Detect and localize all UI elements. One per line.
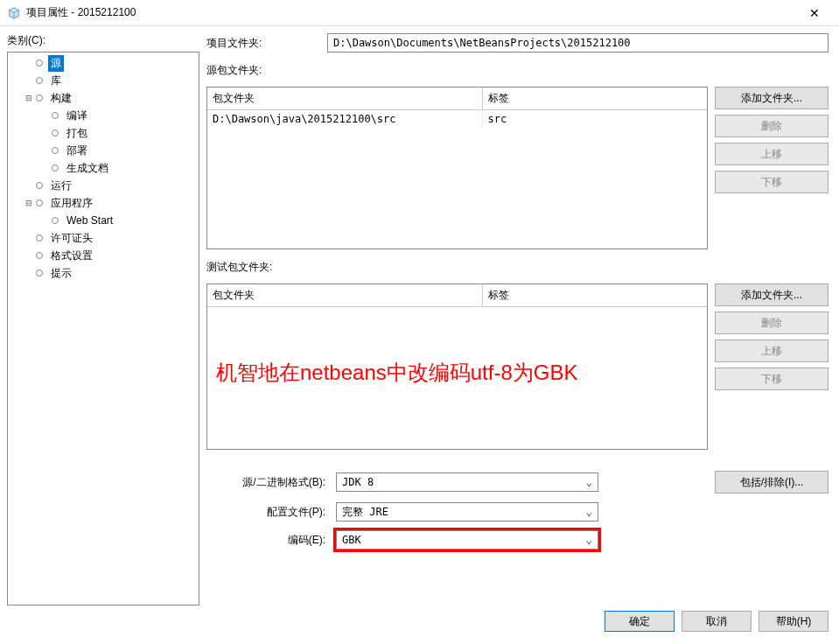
- tree-item[interactable]: 编译: [8, 107, 199, 124]
- tree-item[interactable]: Web Start: [8, 212, 199, 229]
- bullet-icon: [36, 234, 43, 242]
- tree-spacer: [24, 58, 34, 68]
- tree-item[interactable]: 格式设置: [8, 247, 199, 264]
- collapse-icon[interactable]: ⊟: [24, 198, 34, 208]
- tree-item[interactable]: 运行: [8, 177, 199, 194]
- tree-item[interactable]: 部署: [8, 142, 199, 159]
- ok-button[interactable]: 确定: [605, 611, 675, 632]
- tree-item-label: 应用程序: [48, 195, 95, 212]
- cancel-button[interactable]: 取消: [682, 611, 752, 632]
- main-panel: 项目文件夹: 源包文件夹: 包文件夹 标签 D:\Dawson\java\201…: [206, 33, 832, 606]
- add-folder-button-test[interactable]: 添加文件夹...: [715, 284, 829, 306]
- col-folder-test[interactable]: 包文件夹: [207, 284, 482, 307]
- tree-item-label: 提示: [48, 265, 74, 282]
- bullet-icon: [52, 147, 59, 154]
- tree-item-label: 库: [48, 73, 64, 89]
- tree-spacer: [39, 110, 50, 121]
- sidebar: 类别(C): 源库⊟构建编译打包部署生成文档运行⊟应用程序Web Start许可…: [7, 33, 199, 606]
- binary-format-dropdown[interactable]: JDK 8: [336, 472, 598, 492]
- footer: 确定 取消 帮助(H): [0, 612, 839, 637]
- project-folder-label: 项目文件夹:: [206, 36, 320, 51]
- move-down-button-test[interactable]: 下移: [715, 368, 829, 390]
- move-down-button-src[interactable]: 下移: [715, 171, 829, 193]
- include-exclude-button[interactable]: 包括/排除(I)...: [715, 471, 829, 494]
- bullet-icon: [52, 217, 59, 224]
- tree-spacer: [39, 145, 50, 156]
- project-folder-input[interactable]: [327, 33, 829, 52]
- tree-item[interactable]: 库: [8, 72, 199, 89]
- tree-item[interactable]: 源: [8, 54, 199, 72]
- col-tag[interactable]: 标签: [482, 88, 707, 110]
- bullet-icon: [36, 60, 43, 66]
- cell-folder: D:\Dawson\java\2015212100\src: [207, 110, 482, 129]
- tree-spacer: [24, 250, 34, 261]
- bullet-icon: [36, 252, 43, 259]
- bullet-icon: [52, 130, 59, 136]
- tree-spacer: [39, 163, 50, 173]
- bullet-icon: [36, 182, 43, 189]
- tree-item-label: 源: [48, 55, 64, 72]
- tree-item[interactable]: ⊟构建: [8, 89, 199, 107]
- category-label: 类别(C):: [7, 33, 199, 48]
- profile-label: 配置文件(P):: [206, 505, 329, 520]
- add-folder-button-src[interactable]: 添加文件夹...: [715, 87, 829, 109]
- bullet-icon: [36, 270, 43, 276]
- tree-spacer: [24, 75, 34, 86]
- move-up-button-src[interactable]: 上移: [715, 143, 829, 165]
- table-row[interactable]: D:\Dawson\java\2015212100\srcsrc: [207, 110, 707, 129]
- tree-item-label: 打包: [64, 125, 90, 142]
- tree-spacer: [24, 268, 34, 278]
- encoding-label: 编码(E):: [206, 533, 329, 548]
- bullet-icon: [52, 112, 59, 119]
- test-pkg-table[interactable]: 包文件夹 标签 机智地在netbeans中改编码utf-8为GBK: [206, 284, 708, 450]
- app-icon: [7, 6, 21, 20]
- col-folder[interactable]: 包文件夹: [207, 88, 482, 110]
- tree-spacer: [24, 180, 34, 191]
- tree-item-label: 构建: [48, 90, 74, 107]
- col-tag-test[interactable]: 标签: [482, 284, 707, 307]
- encoding-dropdown[interactable]: GBK: [336, 530, 598, 550]
- tree-spacer: [24, 233, 34, 243]
- tree-item-label: 部署: [64, 143, 90, 159]
- collapse-icon[interactable]: ⊟: [24, 93, 34, 103]
- tree-item-label: 生成文档: [64, 160, 111, 177]
- help-button[interactable]: 帮助(H): [759, 611, 829, 632]
- tree-item-label: 编译: [64, 108, 90, 124]
- source-pkg-label: 源包文件夹:: [206, 63, 829, 78]
- source-pkg-table[interactable]: 包文件夹 标签 D:\Dawson\java\2015212100\srcsrc: [206, 87, 708, 249]
- delete-button-src[interactable]: 删除: [715, 115, 829, 137]
- titlebar: 项目属性 - 2015212100 ✕: [0, 0, 839, 26]
- bullet-icon: [36, 200, 43, 206]
- bullet-icon: [52, 164, 59, 172]
- move-up-button-test[interactable]: 上移: [715, 340, 829, 362]
- tree-item[interactable]: 提示: [8, 264, 199, 282]
- annotation-text: 机智地在netbeans中改编码utf-8为GBK: [216, 359, 577, 387]
- tree-item-label: 格式设置: [48, 248, 95, 264]
- window-title: 项目属性 - 2015212100: [26, 5, 797, 20]
- tree-item[interactable]: 打包: [8, 124, 199, 142]
- tree-item[interactable]: 许可证头: [8, 229, 199, 247]
- tree-item[interactable]: 生成文档: [8, 159, 199, 177]
- cell-tag: src: [482, 110, 707, 129]
- binary-format-label: 源/二进制格式(B):: [206, 475, 329, 490]
- tree-spacer: [39, 215, 50, 226]
- tree-item-label: 运行: [48, 178, 74, 194]
- test-pkg-label: 测试包文件夹:: [206, 260, 829, 275]
- tree-item-label: 许可证头: [48, 230, 95, 247]
- tree-item-label: Web Start: [64, 214, 115, 228]
- bullet-icon: [36, 94, 43, 102]
- tree-item[interactable]: ⊟应用程序: [8, 194, 199, 212]
- delete-button-test[interactable]: 删除: [715, 312, 829, 334]
- profile-dropdown[interactable]: 完整 JRE: [336, 502, 598, 522]
- bullet-icon: [36, 77, 43, 84]
- category-tree[interactable]: 源库⊟构建编译打包部署生成文档运行⊟应用程序Web Start许可证头格式设置提…: [7, 52, 199, 606]
- tree-spacer: [39, 128, 50, 138]
- close-button[interactable]: ✕: [797, 0, 832, 26]
